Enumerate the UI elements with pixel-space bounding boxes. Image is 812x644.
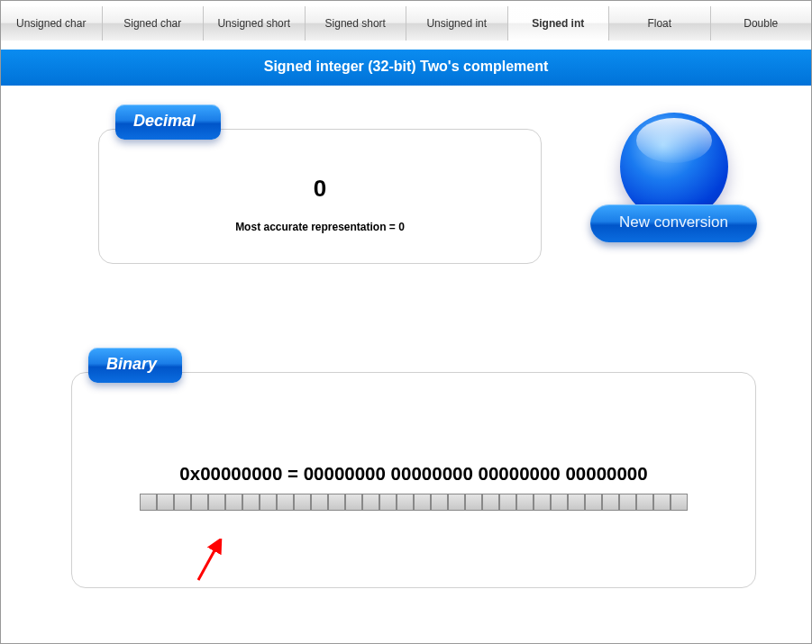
tabs-bar: Unsigned charSigned charUnsigned shortSi…	[1, 6, 811, 41]
bit-toggle[interactable]	[191, 494, 208, 511]
tab-signed-char[interactable]: Signed char	[102, 6, 204, 41]
decimal-value: 0	[99, 175, 541, 203]
content-area: Decimal 0 Most accurate representation =…	[1, 86, 811, 606]
bit-toggle[interactable]	[431, 494, 448, 511]
bit-toggle[interactable]	[585, 494, 602, 511]
decimal-panel: Decimal 0 Most accurate representation =…	[98, 129, 542, 264]
tab-signed-int[interactable]: Signed int	[507, 6, 609, 41]
decimal-badge: Decimal	[115, 104, 221, 140]
binary-badge: Binary	[88, 348, 182, 383]
bit-toggle[interactable]	[157, 494, 174, 511]
bit-toggle[interactable]	[362, 494, 379, 511]
bits-row	[72, 494, 755, 511]
page-title: Signed integer (32-bit) Two's complement	[1, 50, 811, 86]
bit-toggle[interactable]	[345, 494, 362, 511]
bit-toggle[interactable]	[482, 494, 499, 511]
bit-toggle[interactable]	[140, 494, 157, 511]
bit-toggle[interactable]	[294, 494, 311, 511]
bit-toggle[interactable]	[534, 494, 551, 511]
bit-toggle[interactable]	[499, 494, 516, 511]
bit-toggle[interactable]	[551, 494, 568, 511]
bit-toggle[interactable]	[516, 494, 534, 511]
tab-unsigned-char[interactable]: Unsigned char	[1, 6, 102, 41]
tab-double[interactable]: Double	[710, 6, 812, 41]
tab-unsigned-short[interactable]: Unsigned short	[203, 6, 305, 41]
bit-toggle[interactable]	[174, 494, 191, 511]
bit-toggle[interactable]	[414, 494, 431, 511]
bit-toggle[interactable]	[568, 494, 585, 511]
bit-toggle[interactable]	[465, 494, 482, 511]
accurate-representation: Most accurate representation = 0	[99, 221, 541, 233]
bit-toggle[interactable]	[242, 494, 260, 511]
binary-panel: Binary 0x00000000 = 00000000 00000000 00…	[71, 372, 756, 588]
bit-toggle[interactable]	[671, 494, 688, 511]
bit-toggle[interactable]	[636, 494, 653, 511]
tab-signed-short[interactable]: Signed short	[305, 6, 406, 41]
bit-toggle[interactable]	[653, 494, 671, 511]
bit-toggle[interactable]	[260, 494, 277, 511]
arrow-icon	[191, 539, 227, 584]
binary-text: 0x00000000 = 00000000 00000000 00000000 …	[72, 463, 755, 485]
svg-line-0	[198, 544, 218, 580]
new-conversion-area: New conversion	[590, 113, 757, 242]
bit-toggle[interactable]	[311, 494, 328, 511]
bit-toggle[interactable]	[397, 494, 414, 511]
tab-unsigned-int[interactable]: Unsigned int	[406, 6, 507, 41]
tab-float[interactable]: Float	[608, 6, 710, 41]
bit-toggle[interactable]	[328, 494, 345, 511]
bit-toggle[interactable]	[277, 494, 294, 511]
bit-toggle[interactable]	[448, 494, 465, 511]
new-conversion-button[interactable]: New conversion	[590, 204, 757, 242]
bit-toggle[interactable]	[208, 494, 225, 511]
bit-toggle[interactable]	[225, 494, 242, 511]
bit-toggle[interactable]	[379, 494, 397, 511]
bit-toggle[interactable]	[619, 494, 636, 511]
bit-toggle[interactable]	[602, 494, 619, 511]
